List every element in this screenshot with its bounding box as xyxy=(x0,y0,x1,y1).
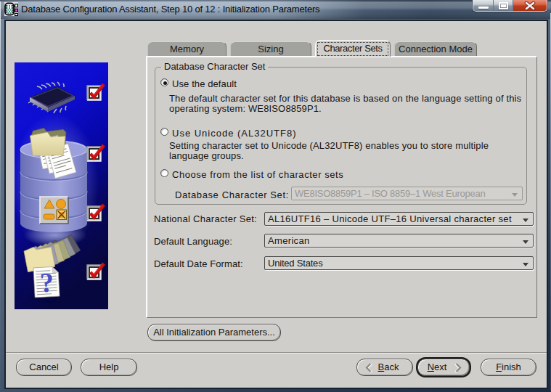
svg-text:?: ? xyxy=(39,267,54,298)
